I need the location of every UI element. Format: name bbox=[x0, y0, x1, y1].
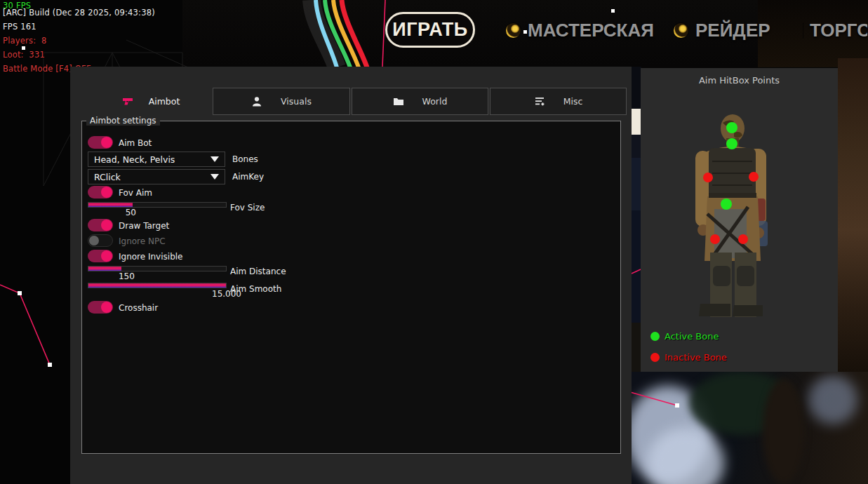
play-button-label: ИГРАТЬ bbox=[392, 19, 467, 41]
aim-bot-toggle[interactable] bbox=[88, 136, 113, 149]
menu-item-workshop[interactable]: МАСТЕРСКАЯ bbox=[506, 20, 654, 41]
tab-misc[interactable]: Misc bbox=[490, 88, 627, 115]
screen: 30 FPS [ARC] Build (Dec 28 2025, 09:43:3… bbox=[0, 0, 868, 484]
coin-icon bbox=[674, 23, 688, 38]
aim-distance-slider[interactable] bbox=[88, 266, 227, 271]
tab-label: World bbox=[422, 96, 448, 107]
aim-distance-value: 150 bbox=[119, 271, 135, 281]
folder-icon bbox=[393, 96, 404, 107]
menu-item-trade[interactable]: ТОРГО bbox=[803, 20, 867, 41]
pistol-icon bbox=[122, 96, 133, 107]
fov-size-label: Fov Size bbox=[230, 203, 265, 213]
bone-dot-neck-active bbox=[726, 138, 737, 149]
bone-dot-pelvis-active bbox=[721, 199, 732, 210]
legend-label: Inactive Bone bbox=[665, 352, 727, 363]
person-icon bbox=[251, 96, 262, 107]
bones-label: Bones bbox=[232, 154, 258, 164]
white-dot bbox=[611, 9, 615, 13]
sliders-icon bbox=[534, 96, 545, 107]
fov-size-slider[interactable] bbox=[88, 202, 227, 208]
bones-dropdown[interactable]: Head, Neck, Pelvis bbox=[88, 152, 225, 167]
ignore-invisible-toggle[interactable] bbox=[88, 250, 113, 262]
green-dot-icon bbox=[650, 332, 660, 341]
rainbow-trail bbox=[302, 0, 393, 67]
aim-smooth-label: Aim Smooth bbox=[230, 284, 281, 294]
bone-dot-left-arm-inactive bbox=[703, 173, 713, 182]
aimkey-dropdown-value: RClick bbox=[94, 172, 206, 182]
hitbox-panel-title: Aim HitBox Points bbox=[641, 75, 838, 86]
bone-dot-head-active bbox=[726, 122, 737, 133]
aim-distance-label: Aim Distance bbox=[230, 267, 286, 276]
crosshair-label: Crosshair bbox=[119, 303, 158, 313]
aimkey-dropdown[interactable]: RClick bbox=[88, 169, 225, 184]
legend-active-bone: Active Bone bbox=[650, 331, 719, 342]
group-title: Aimbot settings bbox=[86, 116, 160, 126]
fov-aim-label: Fov Aim bbox=[119, 188, 152, 198]
bone-dot-left-thigh-inactive bbox=[710, 234, 720, 244]
bone-dot-right-thigh-inactive bbox=[738, 234, 748, 244]
background-rock-texture bbox=[838, 58, 868, 372]
aimkey-label: AimKey bbox=[232, 172, 264, 182]
tab-world[interactable]: World bbox=[352, 88, 488, 115]
aim-bot-label: Aim Bot bbox=[119, 138, 152, 148]
hud-players: Players: 8 bbox=[3, 36, 46, 46]
tab-visuals[interactable]: Visuals bbox=[213, 88, 350, 115]
chevron-down-icon bbox=[211, 156, 219, 162]
red-dot-icon bbox=[650, 353, 660, 362]
ignore-npc-toggle[interactable] bbox=[88, 234, 113, 247]
menu-item-raider[interactable]: РЕЙДЕР bbox=[674, 20, 770, 41]
aim-smooth-slider[interactable] bbox=[88, 283, 227, 288]
hud-fps: FPS 161 bbox=[3, 22, 36, 32]
ignore-npc-label: Ignore NPC bbox=[119, 236, 166, 246]
hud-loot: Loot: 331 bbox=[3, 50, 45, 60]
coin-icon bbox=[506, 23, 521, 38]
fov-aim-toggle[interactable] bbox=[88, 186, 113, 199]
tab-label: Misc bbox=[563, 96, 583, 107]
tab-label: Aimbot bbox=[149, 96, 180, 107]
fov-size-value: 50 bbox=[126, 208, 136, 217]
tab-aimbot[interactable]: Aimbot bbox=[91, 88, 211, 115]
hitbox-preview-panel: Aim HitBox Points bbox=[641, 68, 838, 372]
chevron-down-icon bbox=[211, 174, 219, 180]
menu-item-label: РЕЙДЕР bbox=[695, 20, 770, 41]
bone-dot-right-arm-inactive bbox=[749, 172, 759, 182]
cheat-menu-panel: Aimbot Visuals World bbox=[70, 67, 632, 484]
legend-label: Active Bone bbox=[665, 331, 719, 342]
tab-label: Visuals bbox=[281, 96, 312, 107]
crosshair-toggle[interactable] bbox=[88, 301, 113, 314]
ignore-invisible-label: Ignore Invisible bbox=[119, 252, 182, 262]
bones-dropdown-value: Head, Neck, Pelvis bbox=[94, 154, 206, 165]
draw-target-label: Draw Target bbox=[119, 221, 169, 231]
aimbot-settings-group: Aimbot settings Aim Bot Head, Neck, Pelv… bbox=[81, 121, 621, 454]
draw-target-toggle[interactable] bbox=[88, 219, 113, 231]
hud-build-info: [ARC] Build (Dec 28 2025, 09:43:38) bbox=[3, 8, 155, 18]
menu-item-label: ТОРГО bbox=[810, 20, 867, 41]
background-bottom-right bbox=[629, 372, 868, 484]
play-button[interactable]: ИГРАТЬ bbox=[385, 12, 475, 48]
menu-item-label: МАСТЕРСКАЯ bbox=[528, 20, 654, 41]
legend-inactive-bone: Inactive Bone bbox=[650, 352, 727, 363]
